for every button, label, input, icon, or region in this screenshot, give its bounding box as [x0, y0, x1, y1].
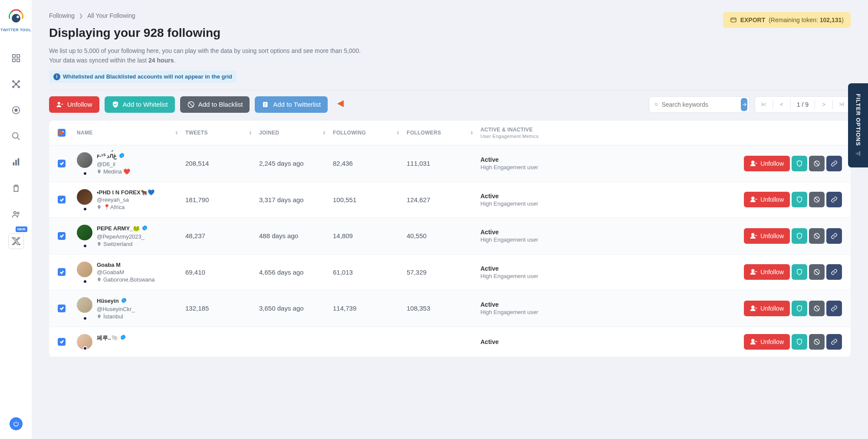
page-first-button[interactable]: I<	[758, 98, 770, 111]
nav-dashboard-icon[interactable]	[7, 49, 25, 67]
svg-rect-15	[15, 160, 17, 166]
activity-cell: Active High Engagement user	[480, 156, 744, 170]
row-unfollow-button[interactable]: Unfollow	[744, 192, 790, 207]
row-whitelist-button[interactable]	[792, 156, 807, 171]
col-following[interactable]: FOLLOWING	[333, 130, 366, 136]
col-followers[interactable]: FOLLOWERS	[407, 130, 441, 136]
user-name[interactable]: Goaba M	[97, 262, 155, 268]
svg-rect-5	[16, 59, 19, 62]
add-twitterlist-button[interactable]: Add to Twitterlist	[255, 96, 328, 113]
joined-ago: 3,317 days ago	[259, 196, 333, 203]
nav-target-icon[interactable]	[7, 102, 25, 119]
search-input[interactable]	[658, 101, 741, 108]
select-all-cell	[58, 129, 77, 137]
user-name[interactable]: Hüseyin	[97, 297, 135, 305]
user-name[interactable]: ꜰ-¹⁵ د⁦́Лغ	[97, 152, 130, 160]
row-unfollow-button[interactable]: Unfollow	[744, 264, 790, 280]
export-icon	[730, 16, 737, 23]
row-blacklist-button[interactable]	[809, 334, 825, 350]
user-name[interactable]: •PHD I N FOREX🐂💙	[97, 189, 155, 196]
sort-icon[interactable]: ▲▼	[249, 131, 252, 135]
col-joined[interactable]: JOINED	[259, 130, 279, 136]
separator	[49, 90, 851, 90]
export-button[interactable]: EXPORT (Remaining token: 102,131)	[723, 12, 851, 28]
col-name[interactable]: NAME	[77, 130, 93, 136]
row-checkbox[interactable]	[58, 338, 66, 346]
activity-cell: Active	[480, 338, 744, 345]
row-checkbox[interactable]	[58, 268, 66, 276]
svg-rect-3	[16, 55, 19, 57]
row-whitelist-button[interactable]	[792, 334, 807, 350]
row-link-button[interactable]	[826, 334, 842, 350]
search-icon	[654, 101, 658, 108]
page-title: Displaying your 928 following	[49, 26, 361, 40]
activity-cell: Active High Engagement user	[480, 229, 744, 243]
list-icon	[262, 101, 270, 108]
row-blacklist-button[interactable]	[809, 228, 825, 244]
row-whitelist-button[interactable]	[792, 192, 807, 207]
row-link-button[interactable]	[826, 228, 842, 244]
table-row: 페루..🐚 Active Unfollow	[49, 327, 851, 357]
user-name[interactable]: 페루..🐚	[97, 334, 126, 342]
svg-point-34	[752, 339, 754, 342]
row-link-button[interactable]	[826, 192, 842, 207]
following-count: 82,436	[333, 160, 407, 167]
svg-point-17	[13, 212, 16, 214]
row-unfollow-button[interactable]: Unfollow	[744, 228, 790, 244]
row-link-button[interactable]	[826, 156, 842, 171]
table-row: •PHD I N FOREX🐂💙 @reeyah_sa 📍Africa 181,…	[49, 182, 851, 218]
row-whitelist-button[interactable]	[792, 228, 807, 244]
main-content: Following ❯ All Your Following Displayin…	[32, 0, 868, 439]
sort-icon[interactable]: ▲▼	[470, 131, 473, 135]
power-button-icon[interactable]	[10, 417, 23, 430]
row-checkbox[interactable]	[58, 305, 66, 312]
nav-search-icon[interactable]	[7, 128, 25, 145]
row-blacklist-button[interactable]	[809, 156, 825, 171]
row-link-button[interactable]	[826, 264, 842, 280]
chevron-right-icon: ❯	[79, 13, 83, 19]
row-unfollow-button[interactable]: Unfollow	[744, 156, 790, 171]
svg-point-28	[752, 233, 754, 236]
row-checkbox[interactable]	[58, 160, 66, 167]
followers-count: 111,031	[407, 160, 480, 167]
nav-trash-icon[interactable]	[7, 180, 25, 197]
nav-x-new-icon[interactable]	[7, 232, 25, 249]
nav-people-icon[interactable]	[7, 206, 25, 223]
row-blacklist-button[interactable]	[809, 301, 825, 316]
row-blacklist-button[interactable]	[809, 192, 825, 207]
sort-icon[interactable]: ▲▼	[322, 131, 326, 135]
filter-icon	[855, 150, 861, 157]
sidebar: TWITTER TOOL	[0, 0, 32, 439]
page-last-button[interactable]: >I	[835, 98, 848, 111]
joined-ago: 2,245 days ago	[259, 160, 333, 167]
add-whitelist-button[interactable]: Add to Whitelist	[105, 96, 175, 113]
sort-icon[interactable]: ▲▼	[175, 131, 178, 135]
page-prev-button[interactable]: <	[776, 98, 788, 111]
add-blacklist-button[interactable]: Add to Blacklist	[180, 96, 250, 113]
search-submit-button[interactable]	[741, 98, 747, 111]
row-unfollow-button[interactable]: Unfollow	[744, 334, 790, 350]
sort-icon[interactable]: ▲▼	[396, 131, 400, 135]
following-count: 114,739	[333, 305, 407, 312]
filter-options-tab[interactable]: FILTER OPTIONS	[848, 83, 868, 167]
breadcrumb-root[interactable]: Following	[49, 12, 75, 19]
col-tweets[interactable]: TWEETS	[185, 130, 208, 136]
row-whitelist-button[interactable]	[792, 301, 807, 316]
row-blacklist-button[interactable]	[809, 264, 825, 280]
row-checkbox[interactable]	[58, 232, 66, 240]
user-handle: @GoabaM	[97, 269, 155, 275]
row-link-button[interactable]	[826, 301, 842, 316]
status-dot-icon	[83, 244, 87, 248]
page-next-button[interactable]: >	[818, 98, 830, 111]
activity-cell: Active High Engagement user	[480, 301, 744, 315]
nav-network-icon[interactable]	[7, 75, 25, 93]
nav-stats-icon[interactable]	[7, 154, 25, 171]
row-checkbox[interactable]	[58, 196, 66, 203]
unfollow-button[interactable]: Unfollow	[49, 96, 99, 113]
svg-rect-16	[17, 158, 19, 166]
table-row: Hüseyin @HuseyinCkr_ İstanbul 132,185 3,…	[49, 290, 851, 327]
col-active[interactable]: ACTIVE & INACTIVEUser Engagement Metrics	[480, 127, 746, 139]
row-whitelist-button[interactable]	[792, 264, 807, 280]
row-unfollow-button[interactable]: Unfollow	[744, 301, 790, 316]
user-name[interactable]: PEPE ARMY_🐸	[97, 225, 148, 233]
